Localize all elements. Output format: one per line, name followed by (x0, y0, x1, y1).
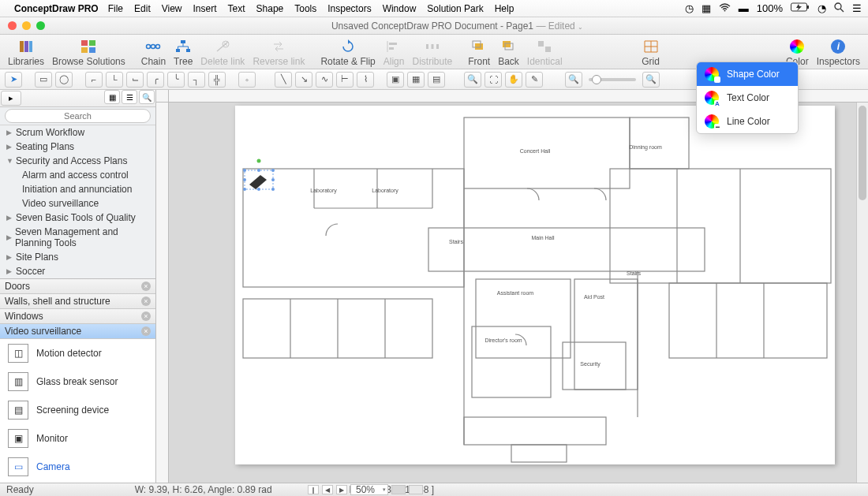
lock-tool-icon[interactable]: ▤ (428, 72, 445, 88)
polyline-tool-icon[interactable]: ⌇ (357, 72, 374, 88)
group-tool-icon[interactable]: ▣ (387, 72, 404, 88)
close-icon[interactable]: × (141, 326, 151, 336)
ungroup-tool-icon[interactable]: ▦ (407, 72, 425, 88)
page-tab-2[interactable] (409, 485, 423, 494)
close-icon[interactable]: × (141, 296, 151, 306)
status-menu-icon[interactable]: ☰ (852, 2, 862, 14)
connector-2-icon[interactable]: └ (106, 72, 123, 88)
chain-button[interactable]: Chain (141, 39, 166, 67)
app-name[interactable]: ConceptDraw PRO (14, 3, 99, 14)
segment-tool-icon[interactable]: ⊢ (336, 72, 354, 88)
tree-item[interactable]: ▶Seven Basic Tools of Quality (0, 211, 155, 225)
zoom-in-icon[interactable]: 🔍 (464, 72, 481, 88)
menu-solution-park[interactable]: Solution Park (427, 3, 483, 14)
tree-item[interactable]: ▶Seven Management and Planning Tools (0, 225, 155, 250)
zoom-select[interactable]: 50% (350, 484, 388, 495)
inspectors-button[interactable]: i Inspectors (817, 39, 860, 67)
page-prev-icon[interactable]: ◀ (322, 485, 333, 494)
line-tool-icon[interactable]: ╲ (275, 72, 292, 88)
page-next-icon[interactable]: ▶ (336, 485, 347, 494)
library-row[interactable]: Walls, shell and structure× (0, 294, 155, 309)
status-flag-icon[interactable]: ▬ (739, 2, 749, 14)
side-search-icon[interactable]: 🔍 (139, 90, 155, 104)
tree-item[interactable]: ▶Soccer (0, 264, 155, 278)
connector-5-icon[interactable]: ╰ (167, 72, 185, 88)
drawing-page[interactable]: Concert Hall Dinning room Laboratory Lab… (235, 106, 835, 464)
menu-text[interactable]: Text (228, 3, 245, 14)
shape-item[interactable]: ▥Glass break sensor (0, 367, 155, 396)
menu-tools[interactable]: Tools (294, 3, 316, 14)
zoom-window-icon[interactable] (36, 21, 45, 30)
browse-solutions-button[interactable]: Browse Solutions (52, 39, 125, 67)
tree-button[interactable]: Tree (174, 39, 193, 67)
vertical-scrollbar[interactable] (856, 103, 868, 483)
canvas-area[interactable]: Concert Hall Dinning room Laboratory Lab… (156, 90, 868, 483)
pointer-tool-icon[interactable]: ➤ (5, 72, 22, 88)
library-row[interactable]: Doors× (0, 279, 155, 294)
pencil-tool-icon[interactable]: ✎ (526, 72, 543, 88)
front-button[interactable]: Front (468, 39, 490, 67)
status-battery-icon[interactable] (791, 2, 810, 14)
status-clock-icon[interactable]: ◷ (685, 2, 694, 14)
back-button[interactable]: Back (498, 39, 519, 67)
close-icon[interactable]: × (141, 311, 151, 321)
menu-inspectors[interactable]: Inspectors (327, 3, 371, 14)
connector-1-icon[interactable]: ⌐ (85, 72, 103, 88)
menu-shape[interactable]: Shape (256, 3, 284, 14)
menu-help[interactable]: Help (495, 3, 514, 14)
menu-insert[interactable]: Insert (193, 3, 217, 14)
connector-7-icon[interactable]: ╬ (208, 72, 226, 88)
page-tab-1[interactable] (391, 485, 406, 494)
rect-tool-icon[interactable]: ▭ (35, 72, 52, 88)
connector-6-icon[interactable]: ┐ (188, 72, 205, 88)
shape-item[interactable]: ▤Screening device (0, 396, 155, 424)
selected-camera-shape[interactable] (243, 159, 275, 192)
libraries-button[interactable]: Libraries (8, 39, 44, 67)
menu-edit[interactable]: Edit (134, 3, 151, 14)
menu-view[interactable]: View (162, 3, 182, 14)
side-expand-icon[interactable]: ▸ (1, 91, 21, 106)
status-grid-icon[interactable]: ▦ (702, 2, 711, 14)
side-list-icon[interactable]: ☰ (122, 90, 137, 104)
connector-4-icon[interactable]: ╭ (147, 72, 164, 88)
zoom-out-icon[interactable]: 🔍 (565, 72, 582, 88)
edited-indicator[interactable]: — Edited ⌄ (536, 21, 583, 32)
tree-item[interactable]: ▶Site Plans (0, 250, 155, 264)
library-row[interactable]: Windows× (0, 309, 155, 324)
menu-file[interactable]: File (108, 3, 123, 14)
grid-button[interactable]: Grid (642, 39, 660, 67)
zoom-fit-icon[interactable]: ⛶ (485, 72, 502, 88)
tree-item[interactable]: ▶Seating Plans (0, 140, 155, 154)
shape-color-item[interactable]: ▫ Shape Color (697, 62, 798, 86)
close-icon[interactable]: × (141, 282, 151, 291)
line-color-item[interactable]: ━ Line Color (697, 110, 798, 133)
minimize-window-icon[interactable] (22, 21, 31, 30)
shape-item[interactable]: ◉Camera P/T/Z (0, 481, 155, 483)
rotate-flip-button[interactable]: Rotate & Flip (320, 39, 375, 67)
status-wifi-icon[interactable] (719, 2, 731, 14)
side-grid-icon[interactable]: ▦ (104, 90, 120, 104)
text-color-item[interactable]: A Text Color (697, 86, 798, 110)
shape-item[interactable]: ◫Motion detector (0, 339, 155, 367)
tree-child-item[interactable]: Alarm and access control (0, 168, 155, 182)
tree-item[interactable]: ▼Security and Access Plans (0, 154, 155, 168)
ellipse-tool-icon[interactable]: ◯ (55, 72, 73, 88)
shape-item[interactable]: ▭Camera (0, 453, 155, 481)
status-spotlight-icon[interactable] (834, 2, 844, 15)
shape-item[interactable]: ▣Monitor (0, 424, 155, 453)
status-clock2-icon[interactable]: ◔ (817, 2, 826, 14)
connector-3-icon[interactable]: ⌙ (126, 72, 144, 88)
tree-child-item[interactable]: Video surveillance (0, 196, 155, 211)
node-tool-icon[interactable]: ◦ (238, 72, 256, 88)
tree-child-item[interactable]: Initiation and annunciation (0, 182, 155, 196)
tree-item[interactable]: ▶Scrum Workflow (0, 125, 155, 140)
curve-tool-icon[interactable]: ∿ (316, 72, 333, 88)
arrow-tool-icon[interactable]: ↘ (295, 72, 312, 88)
close-window-icon[interactable] (8, 21, 17, 30)
hand-tool-icon[interactable]: ✋ (505, 72, 522, 88)
page-first-icon[interactable]: ‖ (308, 485, 319, 494)
zoom-slider[interactable] (589, 78, 636, 81)
sidebar-search-input[interactable] (5, 109, 151, 123)
menu-window[interactable]: Window (383, 3, 417, 14)
zoom-in2-icon[interactable]: 🔍 (642, 72, 660, 88)
